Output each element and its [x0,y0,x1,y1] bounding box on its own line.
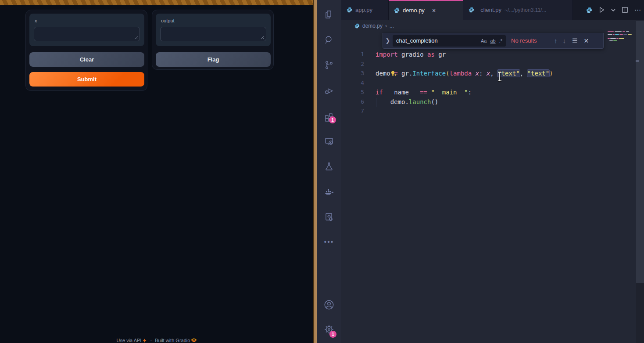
tab-label: demo.py [403,7,425,14]
punctuation-token: : [479,70,487,77]
run-debug-icon[interactable] [320,82,338,100]
find-in-selection-icon[interactable]: ☰ [572,37,578,44]
account-icon[interactable] [320,296,338,314]
gradio-app-page: x Clear Submit output Flag Use via API [0,0,313,343]
code-line-6[interactable]: demo.launch() [376,97,438,107]
editor-actions: ⋯ [586,0,641,20]
python-run-icon [586,7,592,13]
breadcrumb-separator: › [385,23,387,29]
settings-badge: 1 [329,331,336,338]
submit-button[interactable]: Submit [29,72,144,87]
string-token: "__main__" [431,89,468,96]
clear-button[interactable]: Clear [29,52,144,67]
line-number: 4 [341,78,364,88]
flag-button[interactable]: Flag [156,52,271,67]
identifier-token: demo. [376,98,409,105]
find-previous-icon[interactable]: ↑ [554,37,558,44]
keyword-token: as [427,51,435,58]
more-views-icon[interactable]: ••• [320,233,338,251]
vscode-window: 1 ••• 1 app. [317,0,644,343]
find-input-box: Aa ab .* [393,35,506,47]
output-column-card: output Flag [152,10,274,70]
python-file-icon [354,23,360,29]
browser-loading-bar [0,0,313,5]
explorer-icon[interactable] [320,6,338,23]
search-icon[interactable] [320,31,338,49]
code-line-3[interactable]: demo = gr.Interface(lambda x: x, "text",… [376,69,553,78]
run-file-icon[interactable] [598,7,605,13]
api-lightning-icon [143,338,147,343]
breadcrumb-file[interactable]: demo.py [362,23,383,29]
line-number: 6 [341,97,364,107]
line-number: 5 [341,87,364,97]
find-next-icon[interactable]: ↓ [563,37,566,44]
code-line-1[interactable]: import gradio as gr [376,50,446,59]
find-input[interactable] [396,37,479,44]
breadcrumb-symbol[interactable]: ... [390,23,394,29]
identifier-token: gradio [398,51,427,58]
source-control-icon[interactable] [320,56,338,74]
run-dropdown-chevron-icon[interactable] [611,8,615,12]
desktop-wallpaper-gap [313,0,317,343]
resize-handle-icon[interactable] [134,36,138,40]
input-column-card: x Clear Submit [25,10,147,91]
gradio-footer: Use via API · Built with Gradio [0,337,313,343]
space [472,70,475,77]
more-actions-icon[interactable]: ⋯ [634,6,641,14]
keyword-token: if [376,89,383,96]
operator-token: == [420,89,427,96]
docker-icon[interactable] [320,183,338,201]
toggle-replace-chevron-icon[interactable]: ❯ [383,37,393,44]
match-case-toggle[interactable]: Aa [479,37,488,44]
find-close-icon[interactable]: ✕ [584,37,589,44]
string-token-highlighted: "text" [497,70,520,77]
code-line-5[interactable]: if __name__ == "__main__": [376,87,472,97]
identifier-token: __name__ [383,89,420,96]
line-number: 1 [341,50,364,59]
overview-ruler-mark [636,60,639,62]
identifier-token: gr [435,51,446,58]
line-number: 7 [341,106,364,116]
tab-close-icon[interactable]: × [432,7,436,14]
keyword-token: import [376,51,398,58]
tab-description: ~/.../python3.11/... [504,7,547,13]
activity-bar: 1 ••• 1 [317,0,341,343]
string-token-highlighted: "text" [527,70,550,77]
python-file-icon [394,7,400,13]
bracket-token: () [431,98,438,105]
testing-flask-icon[interactable] [320,158,338,175]
whole-word-toggle[interactable]: ab [488,37,497,44]
gradio-logo-icon [191,338,197,343]
find-results-status: No results [511,37,549,44]
tab-client-py[interactable]: _client.py ~/.../python3.11/... [463,0,573,20]
input-textarea[interactable] [34,27,140,41]
parameter-token: x [476,70,479,77]
input-form-block: x [29,14,144,46]
output-textarea[interactable] [160,27,266,41]
tab-label: _client.py [477,7,501,13]
code-tools-icon[interactable] [320,208,338,226]
editor-tab-bar: app.py demo.py × _client.py ~/.../python… [341,0,644,20]
tab-app-py[interactable]: app.py [341,0,389,20]
resize-handle-icon[interactable] [261,36,265,40]
punctuation-token: , [490,70,497,77]
built-with-gradio-link[interactable]: Built with Gradio [155,338,190,343]
class-token: Interface [412,70,446,77]
python-file-icon [347,7,352,13]
bracket-token: ) [549,70,553,77]
indent-guide [376,98,376,107]
keyword-token: lambda [450,70,472,77]
output-form-block: output [156,14,271,46]
output-label: output [161,18,175,23]
tab-demo-py[interactable]: demo.py × [389,0,463,20]
tab-label: app.py [355,7,372,13]
code-line-2[interactable] [376,59,397,69]
identifier-token: demo [376,70,394,77]
split-editor-icon[interactable] [622,7,628,13]
regex-toggle[interactable]: .* [497,37,504,44]
use-via-api-link[interactable]: Use via API [117,338,142,343]
remote-explorer-icon[interactable] [320,133,338,150]
minimap[interactable] [608,27,635,54]
python-file-icon [469,7,474,13]
line-number: 3 [341,69,364,78]
